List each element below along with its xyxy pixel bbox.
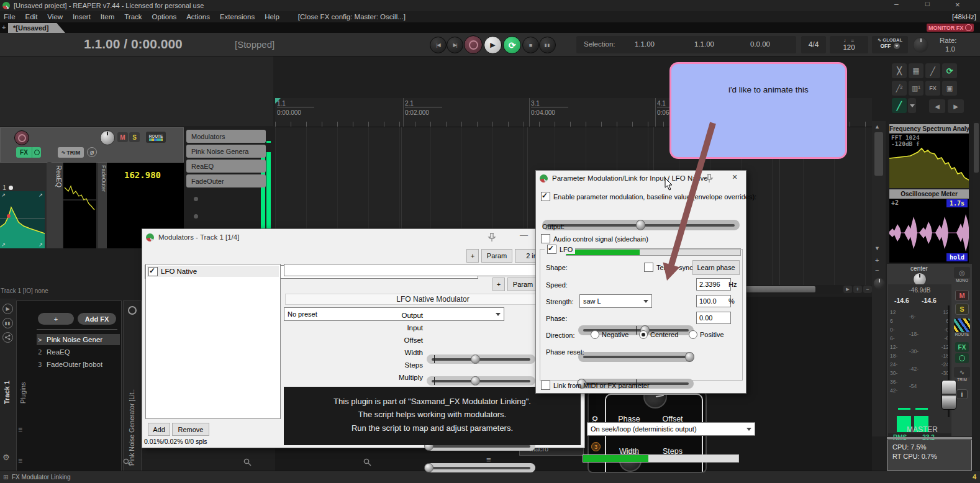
- menu-item-insert[interactable]: Insert: [73, 13, 91, 20]
- fxchain-fadeouter-button[interactable]: FadeOuter: [186, 174, 266, 187]
- sidechain-checkbox[interactable]: [541, 234, 550, 243]
- item-tool-icon[interactable]: ▣: [942, 81, 957, 96]
- modulators-titlebar[interactable]: Modulators - Track 1 [1/4] —: [142, 229, 584, 245]
- fxchain-empty-slot[interactable]: [194, 197, 198, 201]
- fx-config-status[interactable]: [Close FX config: Master: Oscill...]: [298, 13, 406, 20]
- go-start-button[interactable]: |◀: [430, 37, 447, 53]
- master-fx-button[interactable]: FX: [955, 342, 969, 352]
- menu-item-item[interactable]: Item: [101, 13, 114, 20]
- go-end-button[interactable]: ▶|: [447, 37, 463, 53]
- fx-tool-icon[interactable]: FX: [925, 81, 940, 96]
- pencil-tool-icon[interactable]: ╱²: [892, 81, 907, 96]
- spectrum-panel-header[interactable]: Frequency Spectrum Analy: [889, 124, 969, 133]
- phase-reset-combo[interactable]: On seek/loop (deterministic output): [587, 422, 755, 436]
- link-midi-checkbox[interactable]: [541, 381, 550, 390]
- rate-value[interactable]: 1.0: [945, 45, 955, 53]
- record-arm-button[interactable]: [14, 130, 29, 145]
- route-button[interactable]: ROUTE: [146, 132, 166, 143]
- master-label[interactable]: MASTER: [888, 425, 956, 434]
- scroll-down-icon[interactable]: ▼: [874, 245, 880, 251]
- transport-time[interactable]: 1.1.00 / 0:00.000: [84, 37, 183, 52]
- lfo-top-knob[interactable]: [643, 394, 667, 409]
- direction-negative-radio[interactable]: [591, 330, 599, 339]
- project-tab[interactable]: *[Unsaved]: [8, 23, 65, 33]
- enable-modulation-checkbox[interactable]: [541, 192, 550, 201]
- vzoom-out-icon[interactable]: −: [875, 266, 879, 274]
- power-icon[interactable]: [965, 24, 972, 31]
- inner-add-button[interactable]: +: [492, 278, 505, 291]
- fxchain-pinknoise-button[interactable]: Pink Noise Genera: [186, 145, 266, 158]
- nav-next-button[interactable]: ▶: [948, 99, 964, 113]
- mute-button[interactable]: M: [117, 132, 128, 142]
- chevron-down-icon[interactable]: [894, 43, 900, 49]
- oscilloscope-panel-header[interactable]: Oscilloscope Meter: [889, 189, 969, 199]
- plugin-row-selected[interactable]: > Pink Noise Gener: [37, 334, 120, 345]
- master-trim-button[interactable]: ∿ TRIM: [954, 367, 970, 382]
- shape-combo[interactable]: saw L: [579, 294, 652, 308]
- grid-tool-icon[interactable]: ▥¹: [909, 81, 923, 96]
- fx-power-icon[interactable]: [32, 147, 41, 158]
- fadeouter-strip-label[interactable]: FadeOuter: [98, 163, 107, 248]
- fxchain-modulators-button[interactable]: Modulators: [186, 130, 266, 143]
- tempo-value[interactable]: 120: [830, 43, 868, 51]
- playrate-knob[interactable]: [913, 37, 928, 53]
- zoom-in-button[interactable]: +: [853, 286, 862, 293]
- menu-item-actions[interactable]: Actions: [186, 13, 210, 20]
- menu-item-track[interactable]: Track: [124, 13, 142, 20]
- solo-button[interactable]: S: [129, 132, 140, 142]
- osc-time-badge[interactable]: 1.7s: [946, 199, 968, 207]
- reaeq-embedded-graph[interactable]: ↗↗ ↗↗: [0, 191, 45, 248]
- plugin-row[interactable]: 3 FadeOuter [bobot: [37, 359, 120, 370]
- scroll-up-icon[interactable]: ▲: [874, 124, 880, 130]
- menu-item-edit[interactable]: Edit: [25, 13, 38, 20]
- selection-end[interactable]: 1.1.00: [694, 40, 714, 48]
- generator-strip[interactable]: Pink Noise Generator [Lit..: [123, 300, 142, 472]
- fxchain-empty-slot[interactable]: [194, 214, 198, 219]
- minimize-icon[interactable]: —: [520, 230, 528, 240]
- minimize-button[interactable]: –: [894, 0, 899, 9]
- oscilloscope-display[interactable]: +2 1.7s hold: [889, 199, 969, 263]
- phase-field[interactable]: 0.00: [696, 312, 731, 324]
- plugin-row[interactable]: 2 ReaEQ: [37, 346, 120, 358]
- master-mute-button[interactable]: M: [955, 290, 969, 301]
- selection-length[interactable]: 0.0.00: [750, 40, 770, 48]
- menu-item-help[interactable]: Help: [265, 13, 279, 20]
- draw-mode-icon[interactable]: ╱: [892, 98, 907, 113]
- dock-tab-label[interactable]: FX Modulator Linking: [12, 474, 71, 481]
- menu-item-extensions[interactable]: Extensions: [220, 13, 255, 20]
- vzoom-in-icon[interactable]: +: [875, 256, 879, 264]
- right-edge-scrollbar[interactable]: [973, 121, 980, 471]
- menu-hamburger-icon[interactable]: ≡: [18, 425, 22, 434]
- master-route-button[interactable]: ROUTE: [954, 318, 970, 336]
- close-button[interactable]: ×: [955, 0, 960, 9]
- search-icon[interactable]: [123, 458, 131, 466]
- offset-knob[interactable]: [663, 472, 685, 473]
- fx-button[interactable]: FX: [16, 147, 41, 158]
- monitor-fx-badge[interactable]: MONITOR FX: [927, 24, 974, 32]
- spectrum-display[interactable]: FFT 1024 -120dB f: [889, 133, 969, 188]
- lfo-checkbox[interactable]: [547, 245, 556, 254]
- reaeq-strip-label[interactable]: ReaEQ: [47, 163, 63, 248]
- zoom-out-button[interactable]: −: [863, 286, 872, 293]
- collapse-icon[interactable]: ▶: [2, 304, 13, 314]
- multiply-slider[interactable]: [427, 463, 535, 472]
- master-info-button[interactable]: i: [956, 389, 968, 399]
- play-button[interactable]: ▶: [484, 36, 502, 54]
- direction-positive-radio[interactable]: [689, 330, 697, 339]
- stop-button[interactable]: ■: [522, 37, 539, 53]
- module-list-item[interactable]: LFO Native: [147, 266, 279, 277]
- osc-hold-badge[interactable]: hold: [946, 253, 968, 261]
- sync-icon[interactable]: ⟳: [942, 63, 957, 78]
- master-fx-power-button[interactable]: [955, 353, 969, 363]
- search-icon[interactable]: [243, 458, 252, 466]
- loop-button[interactable]: ⟳: [503, 36, 521, 54]
- maximize-button[interactable]: □: [925, 0, 930, 7]
- record-button[interactable]: [464, 35, 483, 54]
- fxchain-reaeq-button[interactable]: ReaEQ: [186, 160, 266, 173]
- share-icon[interactable]: [2, 332, 13, 343]
- menu-item-options[interactable]: Options: [152, 13, 177, 20]
- trim-button[interactable]: ∿TRIM: [58, 147, 84, 158]
- add-tab-button[interactable]: +: [2, 24, 6, 31]
- draw-mode-dropdown-icon[interactable]: [908, 98, 916, 113]
- strength-field[interactable]: 100.0: [696, 295, 731, 307]
